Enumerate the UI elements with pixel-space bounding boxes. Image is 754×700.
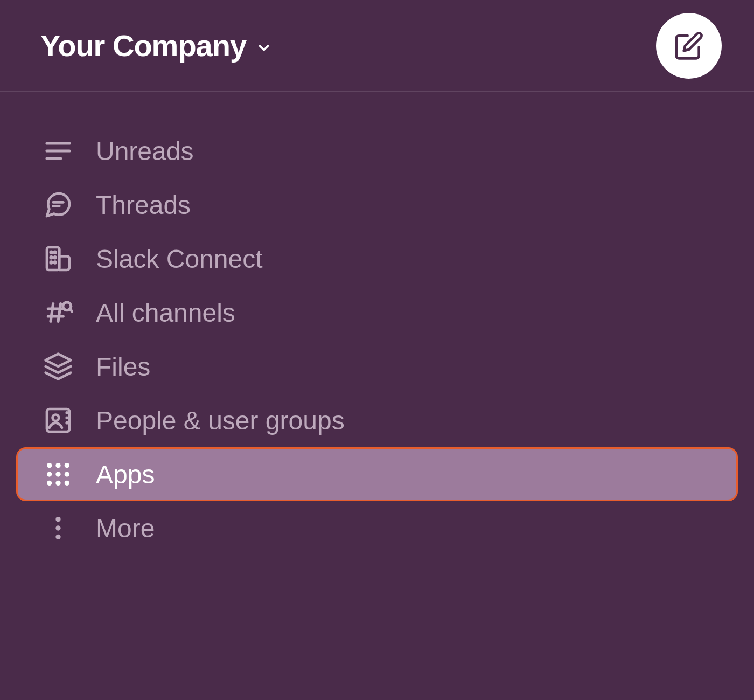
sidebar-item-label: Unreads [96,136,193,166]
sidebar-item-label: Files [96,352,150,382]
svg-point-6 [51,252,52,253]
svg-point-31 [55,481,60,486]
more-icon [43,513,73,543]
chevron-down-icon [256,40,272,56]
sidebar-item-slack-connect[interactable]: Slack Connect [16,232,738,286]
people-icon [43,405,73,435]
compose-button[interactable] [656,13,722,79]
svg-point-29 [65,472,69,476]
sidebar-item-label: Threads [96,190,191,220]
svg-point-9 [54,257,56,258]
workspace-switcher[interactable]: Your Company [40,28,272,63]
svg-point-30 [47,481,52,486]
svg-point-34 [55,525,60,530]
svg-point-8 [51,257,52,258]
sidebar-item-all-channels[interactable]: All channels [16,286,738,339]
threads-icon [43,190,73,220]
svg-line-14 [51,304,53,322]
svg-point-25 [55,463,60,468]
sidebar-item-label: People & user groups [96,406,345,435]
unreads-icon [43,136,73,166]
compose-icon [674,31,704,61]
workspace-name: Your Company [40,28,246,63]
svg-point-11 [54,262,56,264]
sidebar-item-apps[interactable]: Apps [16,447,738,501]
svg-point-26 [65,463,69,468]
slack-connect-icon [43,244,73,274]
files-icon [43,351,73,382]
sidebar-item-people[interactable]: People & user groups [16,393,738,447]
sidebar-item-label: Slack Connect [96,244,263,274]
sidebar-item-files[interactable]: Files [16,339,738,393]
sidebar-nav: Unreads Threads Slack Connect [0,92,754,555]
svg-point-35 [55,535,60,539]
sidebar-item-label: Apps [96,460,155,489]
sidebar-item-more[interactable]: More [16,501,738,555]
svg-marker-18 [46,354,71,366]
svg-point-10 [51,262,52,264]
svg-point-27 [47,472,52,476]
svg-line-15 [58,304,61,322]
svg-rect-5 [47,247,59,270]
svg-point-7 [54,252,56,253]
svg-point-24 [47,463,52,468]
svg-point-32 [65,481,69,486]
sidebar-item-label: More [96,514,155,543]
apps-icon [43,459,73,489]
svg-line-17 [70,309,72,311]
svg-point-28 [55,472,60,476]
sidebar-item-threads[interactable]: Threads [16,178,738,232]
sidebar-item-label: All channels [96,298,235,328]
sidebar-item-unreads[interactable]: Unreads [16,124,738,178]
all-channels-icon [43,297,73,328]
svg-point-33 [55,517,60,522]
svg-point-20 [53,415,59,421]
sidebar-header: Your Company [0,0,754,92]
